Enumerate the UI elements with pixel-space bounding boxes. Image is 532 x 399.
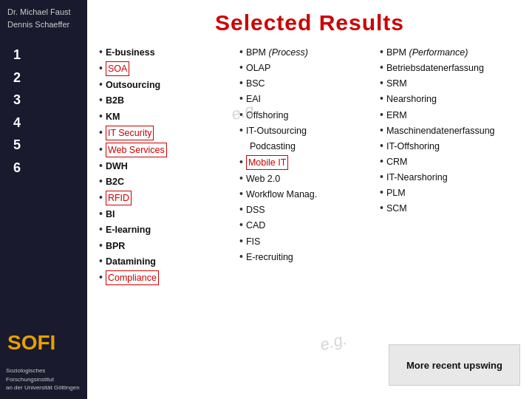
bullet: •	[380, 140, 383, 152]
item-text: SRM	[386, 77, 407, 90]
list-item: • B2C	[99, 175, 239, 188]
item-text: Nearshoring	[386, 92, 437, 106]
bullet: •	[239, 219, 243, 231]
list-item: • Datamining	[99, 255, 239, 268]
list-item: • Mobile IT	[239, 155, 380, 170]
bullet: •	[99, 94, 103, 106]
list-item: • Compliance	[99, 270, 239, 285]
item-text: PLM	[386, 186, 406, 200]
bullet: •	[380, 186, 383, 199]
bullet: •	[380, 109, 383, 121]
bullet: •	[99, 191, 103, 204]
eg-stamp-2: e.g.	[318, 330, 349, 355]
bullet: •	[99, 271, 103, 284]
bullet: •	[239, 109, 243, 121]
list-item: • Betriebsdatenerfassung	[380, 61, 520, 75]
item-text: Podcasting	[242, 140, 296, 153]
list-item: • BPR	[99, 239, 239, 253]
list-item: • DSS	[239, 203, 380, 216]
item-text: FIS	[246, 235, 260, 248]
bullet: •	[239, 172, 243, 185]
bullet: •	[99, 255, 103, 267]
bullet: •	[239, 235, 243, 248]
item-text: OLAP	[246, 61, 270, 75]
bullet: •	[99, 78, 103, 91]
item-text: BPM (Performance)	[386, 46, 468, 59]
list-item: • KM	[99, 110, 239, 123]
sidebar: Dr. Michael Faust Dennis Schaeffer 1 2 3…	[0, 0, 87, 399]
item-text: Betriebsdatenerfassung	[386, 61, 484, 75]
bullet: •	[99, 46, 103, 58]
item-text: Datamining	[106, 255, 156, 268]
item-text: E-learning	[106, 223, 151, 236]
list-item: • SRM	[380, 77, 520, 90]
item-text: IT-Outsourcing	[246, 124, 307, 137]
item-text: Maschinendatenerfassung	[386, 124, 495, 137]
bullet: •	[380, 171, 383, 183]
upswing-label: More recent upswing	[406, 360, 502, 371]
list-item: • Maschinendatenerfassung	[380, 124, 520, 137]
bullet: •	[99, 143, 103, 156]
item-text: KM	[106, 110, 120, 123]
list-item: • CRM	[380, 155, 520, 168]
list-item: • BI	[99, 208, 239, 221]
item-text: SOA	[106, 61, 129, 76]
item-text: BPM (Process)	[246, 46, 308, 59]
list-item: • RFID	[99, 191, 239, 205]
bullet: •	[380, 124, 383, 137]
column-3: • BPM (Performance) • Betriebsdatenerfas…	[380, 46, 520, 217]
bullet: •	[99, 223, 103, 236]
list-item: • BSC	[239, 77, 380, 90]
item-text: CRM	[386, 155, 407, 168]
item-text: BI	[106, 208, 115, 221]
list-item: • IT-Nearshoring	[380, 171, 520, 184]
item-text: BPR	[106, 239, 125, 253]
upswing-box: More recent upswing	[389, 344, 520, 386]
list-item: • Web Services	[99, 143, 239, 157]
list-item: • BPM (Process)	[239, 46, 380, 59]
item-text: Workflow Manag.	[246, 188, 317, 201]
list-item: • DWH	[99, 160, 239, 173]
column-1: • E-business • SOA • Outsourcing • B2B •…	[99, 46, 239, 287]
list-item: • SCM	[380, 202, 520, 215]
list-item: • IT Security	[99, 126, 239, 140]
bullet: •	[239, 124, 243, 137]
bullet: •	[239, 77, 243, 89]
item-text: SCM	[386, 202, 407, 215]
list-item: • Outsourcing	[99, 78, 239, 92]
list-item: • B2B	[99, 94, 239, 107]
list-item: • FIS	[239, 235, 380, 248]
item-text: RFID	[106, 191, 132, 205]
item-text: Mobile IT	[246, 155, 288, 170]
list-item: • SOA	[99, 61, 239, 76]
columns-wrapper: • E-business • SOA • Outsourcing • B2B •…	[99, 46, 520, 287]
bullet: •	[380, 77, 383, 89]
item-text-cad: CAD	[246, 219, 265, 232]
item-text: Compliance	[106, 270, 159, 285]
bullet: •	[99, 208, 103, 220]
bullet: •	[380, 46, 383, 58]
list-item: • E-business	[99, 46, 239, 59]
bullet: •	[239, 61, 243, 74]
list-item: Podcasting	[239, 140, 380, 153]
sidebar-authors: Dr. Michael Faust Dennis Schaeffer	[0, 0, 87, 36]
page-title: Selected Results	[99, 10, 520, 35]
bullet: •	[239, 156, 243, 168]
list-item: • EAI	[239, 92, 380, 106]
sidebar-numbers: 1 2 3 4 5 6	[0, 36, 87, 187]
item-text: BSC	[246, 77, 265, 90]
bullet: •	[99, 160, 103, 172]
item-text: DSS	[246, 203, 265, 216]
bullet: •	[380, 202, 383, 214]
bullet: •	[380, 155, 383, 168]
bullet: •	[99, 110, 103, 123]
list-item: • Web 2.0	[239, 172, 380, 185]
main-content: Selected Results e.g. e.g. • E-business …	[87, 0, 532, 399]
item-text: Web Services	[106, 143, 167, 157]
bullet: •	[239, 92, 243, 105]
list-item: • E-learning	[99, 223, 239, 236]
item-text: E-recruiting	[246, 250, 293, 264]
bullet: •	[380, 61, 383, 74]
list-item: • BPM (Performance)	[380, 46, 520, 59]
sidebar-institute: Soziologisches Forschungsinstitut an der…	[6, 366, 87, 392]
